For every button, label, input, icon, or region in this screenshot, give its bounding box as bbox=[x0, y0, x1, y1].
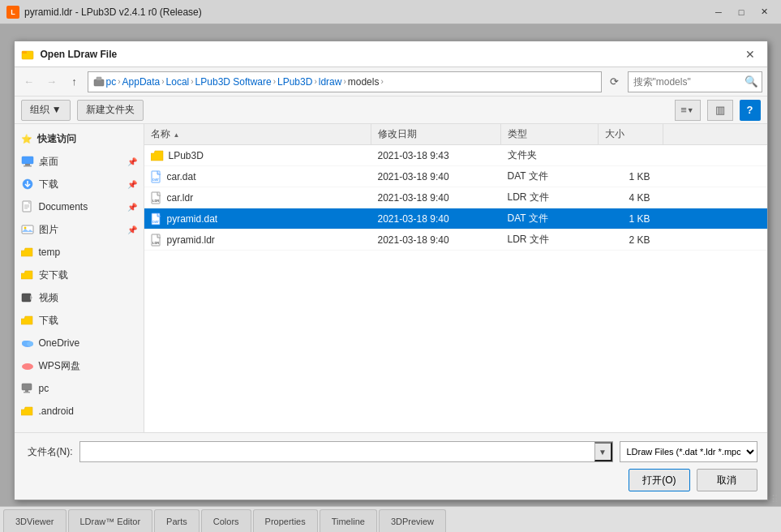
cell-size: 1 KB bbox=[599, 171, 663, 182]
sidebar-label-desktop: 桌面 bbox=[39, 155, 122, 169]
minimize-button[interactable]: ─ bbox=[708, 4, 729, 20]
sidebar-item-desktop[interactable]: 桌面 📌 bbox=[15, 150, 144, 173]
dialog-close-button[interactable]: ✕ bbox=[740, 45, 761, 63]
title-bar: L pyramid.ldr - LPub3D v2.4.1 r0 (Releas… bbox=[0, 0, 781, 24]
downloads2-icon bbox=[21, 314, 34, 327]
new-folder-label: 新建文件夹 bbox=[86, 103, 135, 117]
sidebar-item-videos[interactable]: 视频 bbox=[15, 286, 144, 309]
android-icon bbox=[21, 405, 34, 418]
breadcrumb-ldraw[interactable]: ldraw bbox=[319, 76, 342, 88]
sidebar-label-videos: 视频 bbox=[39, 291, 137, 305]
tab-parts[interactable]: Parts bbox=[154, 509, 200, 532]
svg-rect-21 bbox=[22, 384, 32, 390]
breadcrumb-models: models bbox=[348, 76, 380, 88]
search-input[interactable] bbox=[629, 72, 742, 92]
column-headers: 名称 修改日期 类型 大小 bbox=[144, 124, 767, 145]
svg-rect-5 bbox=[25, 164, 30, 165]
cell-name: LPub3D bbox=[144, 150, 371, 161]
svg-rect-3 bbox=[97, 77, 101, 80]
pin-icon-0: 📌 bbox=[127, 157, 137, 166]
tab-properties[interactable]: Properties bbox=[253, 509, 318, 532]
tab-colors[interactable]: Colors bbox=[201, 509, 251, 532]
sidebar-label-documents: Documents bbox=[39, 201, 122, 212]
svg-text:LDR: LDR bbox=[152, 241, 159, 245]
svg-text:DAT: DAT bbox=[152, 178, 159, 182]
sidebar-item-onedrive[interactable]: OneDrive bbox=[15, 332, 144, 354]
refresh-button[interactable]: ⟳ bbox=[605, 72, 624, 92]
col-header-size[interactable]: 大小 bbox=[599, 124, 663, 144]
app-title: pyramid.ldr - LPub3D v2.4.1 r0 (Release) bbox=[24, 6, 708, 18]
tab-3dpreview[interactable]: 3DPreview bbox=[379, 509, 446, 532]
breadcrumb-pc[interactable]: pc bbox=[106, 76, 117, 88]
pin-icon-2: 📌 bbox=[127, 203, 137, 212]
filetype-select[interactable]: LDraw Files (*.dat *.ldr *.mpc bbox=[620, 441, 757, 462]
breadcrumb-sep2: › bbox=[161, 77, 164, 86]
open-button[interactable]: 打开(O) bbox=[629, 469, 689, 491]
pin-icon-1: 📌 bbox=[127, 180, 137, 189]
desktop-icon bbox=[21, 155, 34, 168]
svg-rect-4 bbox=[22, 157, 33, 164]
sidebar-item-pc[interactable]: pc bbox=[15, 377, 144, 400]
table-row[interactable]: LDR car.ldr 2021-03-18 9:40 LDR 文件 4 KB bbox=[144, 187, 767, 208]
sidebar-item-temp[interactable]: temp bbox=[15, 241, 144, 264]
tab-timeline[interactable]: Timeline bbox=[320, 509, 377, 532]
new-folder-button[interactable]: 新建文件夹 bbox=[77, 100, 144, 121]
sidebar-label-temp: temp bbox=[39, 247, 137, 258]
breadcrumb-appdata[interactable]: AppData bbox=[122, 76, 161, 88]
breadcrumb-lpub3d[interactable]: LPub3D bbox=[277, 76, 312, 88]
sidebar-item-downloads[interactable]: 下载 📌 bbox=[15, 173, 144, 195]
up-button[interactable]: ↑ bbox=[65, 72, 84, 92]
help-button[interactable]: ? bbox=[740, 100, 761, 121]
filename-input[interactable] bbox=[80, 446, 594, 457]
breadcrumb-lpub3d-software[interactable]: LPub3D Software bbox=[195, 76, 272, 88]
table-row[interactable]: LPub3D 2021-03-18 9:43 文件夹 bbox=[144, 145, 767, 166]
sidebar-section-label: 快速访问 bbox=[37, 132, 76, 146]
wps-icon bbox=[21, 359, 34, 372]
organize-label: 组织 ▼ bbox=[30, 103, 62, 117]
sidebar-item-pictures[interactable]: 图片 📌 bbox=[15, 218, 144, 241]
cancel-button[interactable]: 取消 bbox=[697, 469, 757, 491]
sidebar-item-downloads2[interactable]: 下载 bbox=[15, 309, 144, 332]
videos-icon bbox=[21, 291, 34, 304]
breadcrumb-sep3: › bbox=[191, 77, 193, 86]
organize-button[interactable]: 组织 ▼ bbox=[21, 100, 71, 121]
sidebar-item-azaload[interactable]: 安下载 bbox=[15, 264, 144, 286]
col-header-name[interactable]: 名称 bbox=[144, 124, 371, 144]
sidebar-item-wps[interactable]: WPS网盘 bbox=[15, 354, 144, 377]
sidebar-label-pc: pc bbox=[39, 383, 137, 394]
panel-toggle-button[interactable]: ▥ bbox=[707, 100, 733, 121]
breadcrumb-sep6: › bbox=[343, 77, 345, 86]
table-row[interactable]: DAT car.dat 2021-03-18 9:40 DAT 文件 1 KB bbox=[144, 166, 767, 187]
dialog-bottom: 文件名(N): ▼ LDraw Files (*.dat *.ldr *.mpc… bbox=[15, 432, 767, 500]
cell-type: LDR 文件 bbox=[501, 233, 599, 247]
col-header-type[interactable]: 类型 bbox=[501, 124, 599, 144]
resize-grip[interactable]: ⠿ bbox=[768, 493, 781, 506]
svg-rect-22 bbox=[25, 390, 28, 392]
cell-type: DAT 文件 bbox=[501, 169, 599, 183]
sidebar-item-android[interactable]: .android bbox=[15, 400, 144, 423]
sidebar-item-documents[interactable]: Documents 📌 bbox=[15, 195, 144, 218]
col-header-date[interactable]: 修改日期 bbox=[371, 124, 501, 144]
filename-label: 文件名(N): bbox=[24, 445, 73, 459]
window-controls: ─ □ ✕ bbox=[708, 4, 775, 20]
forward-button[interactable]: → bbox=[42, 72, 62, 92]
maximize-button[interactable]: □ bbox=[731, 4, 752, 20]
view-toggle-button[interactable]: ≡ ▼ bbox=[675, 100, 701, 121]
breadcrumb-local[interactable]: Local bbox=[166, 76, 190, 88]
table-row[interactable]: LDR pyramid.ldr 2021-03-18 9:40 LDR 文件 2… bbox=[144, 230, 767, 251]
app-close-button[interactable]: ✕ bbox=[753, 4, 775, 20]
dialog-content: ⭐ 快速访问 桌面 📌 下载 bbox=[15, 124, 767, 432]
filename-dropdown-button[interactable]: ▼ bbox=[594, 442, 612, 461]
table-row[interactable]: DAT pyramid.dat 2021-03-18 9:40 DAT 文件 1… bbox=[144, 208, 767, 230]
file-name: pyramid.dat bbox=[167, 213, 218, 225]
sidebar-label-onedrive: OneDrive bbox=[39, 337, 137, 349]
dialog-icon bbox=[21, 48, 34, 61]
tab-3dviewer[interactable]: 3DViewer bbox=[3, 509, 67, 532]
file-ldr-icon: LDR bbox=[151, 191, 162, 204]
search-button[interactable]: 🔍 bbox=[742, 72, 762, 92]
svg-rect-13 bbox=[22, 225, 33, 234]
tab-ldraw--editor[interactable]: LDraw™ Editor bbox=[68, 509, 153, 532]
back-button[interactable]: ← bbox=[19, 72, 39, 92]
sidebar: ⭐ 快速访问 桌面 📌 下载 bbox=[15, 124, 144, 432]
svg-rect-23 bbox=[24, 392, 30, 393]
